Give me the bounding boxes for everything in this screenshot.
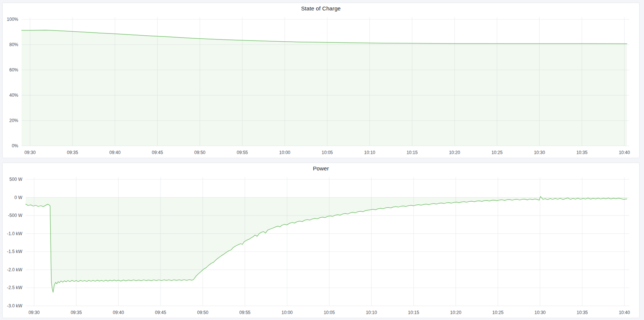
svg-text:09:30: 09:30 (29, 310, 40, 315)
svg-text:-2.5 kW: -2.5 kW (7, 285, 23, 290)
svg-text:10:30: 10:30 (534, 150, 545, 155)
svg-text:09:50: 09:50 (197, 310, 208, 315)
soc-chart-canvas[interactable]: 100%80%60%40%20%0%09:3009:3509:4009:4509… (3, 3, 639, 158)
svg-text:09:40: 09:40 (113, 310, 124, 315)
svg-text:10:05: 10:05 (321, 150, 333, 155)
svg-text:10:05: 10:05 (324, 310, 335, 315)
svg-text:10:40: 10:40 (619, 310, 630, 315)
svg-text:10:20: 10:20 (450, 310, 461, 315)
svg-text:10:15: 10:15 (408, 310, 419, 315)
svg-text:0%: 0% (12, 143, 19, 148)
svg-text:10:00: 10:00 (279, 150, 290, 155)
svg-text:09:35: 09:35 (71, 310, 82, 315)
svg-text:10:00: 10:00 (281, 310, 292, 315)
svg-text:-1.0 kW: -1.0 kW (7, 231, 23, 236)
svg-text:09:35: 09:35 (67, 150, 78, 155)
svg-text:09:55: 09:55 (239, 310, 250, 315)
svg-text:10:30: 10:30 (534, 310, 546, 315)
svg-text:100%: 100% (7, 17, 18, 22)
svg-text:09:55: 09:55 (237, 150, 248, 155)
svg-text:500 W: 500 W (9, 177, 22, 182)
svg-text:0 W: 0 W (14, 195, 23, 200)
svg-text:09:45: 09:45 (152, 150, 163, 155)
svg-text:10:25: 10:25 (492, 310, 504, 315)
svg-text:20%: 20% (9, 118, 18, 123)
svg-text:10:35: 10:35 (576, 150, 588, 155)
svg-text:10:10: 10:10 (366, 310, 377, 315)
svg-text:10:15: 10:15 (407, 150, 418, 155)
svg-text:10:40: 10:40 (619, 150, 630, 155)
svg-text:60%: 60% (9, 67, 18, 73)
panel-power: Power 500 W0 W-500 W-1.0 kW-1.5 kW-2.0 k… (2, 163, 640, 318)
svg-text:10:20: 10:20 (449, 150, 460, 155)
svg-text:-500 W: -500 W (8, 213, 22, 218)
svg-text:09:50: 09:50 (194, 150, 206, 155)
svg-text:-2.0 kW: -2.0 kW (7, 267, 23, 272)
power-chart-canvas[interactable]: 500 W0 W-500 W-1.0 kW-1.5 kW-2.0 kW-2.5 … (3, 163, 639, 318)
svg-text:-3.0 kW: -3.0 kW (7, 303, 23, 308)
svg-text:09:40: 09:40 (109, 150, 120, 155)
svg-text:10:35: 10:35 (577, 310, 588, 315)
svg-text:09:45: 09:45 (155, 310, 166, 315)
svg-text:10:10: 10:10 (364, 150, 375, 155)
svg-text:09:30: 09:30 (25, 150, 36, 155)
svg-text:80%: 80% (9, 42, 18, 47)
svg-text:10:25: 10:25 (491, 150, 502, 155)
svg-text:-1.5 kW: -1.5 kW (7, 249, 23, 254)
panel-state-of-charge: State of Charge 100%80%60%40%20%0%09:300… (2, 3, 640, 158)
svg-text:40%: 40% (9, 93, 18, 98)
